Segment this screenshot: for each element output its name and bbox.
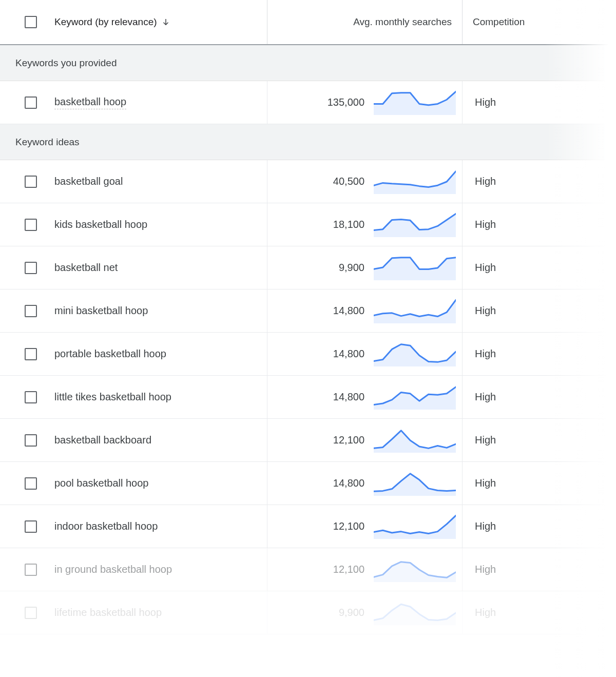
sparkline-icon: [374, 471, 456, 496]
keyword-text[interactable]: portable basketball hoop: [54, 348, 166, 360]
sparkline-icon: [374, 557, 456, 582]
section-provided-label: Keywords you provided: [15, 57, 117, 69]
row-checkbox[interactable]: [25, 391, 37, 403]
sparkline-icon: [374, 342, 456, 366]
competition-value: High: [473, 262, 496, 274]
keyword-cell: lifetime basketball hoop: [0, 591, 267, 634]
searches-cell: 14,800: [267, 462, 462, 505]
row-checkbox[interactable]: [25, 348, 37, 360]
sparkline-icon: [374, 299, 456, 323]
table-row: basketball hoop 135,000 High: [0, 81, 616, 124]
row-checkbox[interactable]: [25, 434, 37, 447]
searches-value: 9,900: [339, 262, 364, 274]
row-checkbox[interactable]: [25, 520, 37, 533]
keyword-text[interactable]: pool basketball hoop: [54, 477, 148, 489]
competition-cell: High: [462, 419, 616, 461]
competition-cell: High: [462, 505, 616, 548]
competition-cell: High: [462, 289, 616, 332]
keyword-cell: little tikes basketball hoop: [0, 376, 267, 418]
row-checkbox[interactable]: [25, 219, 37, 231]
sparkline-icon: [374, 601, 456, 625]
searches-cell: 14,800: [267, 289, 462, 332]
searches-cell: 14,800: [267, 376, 462, 418]
table-row: lifetime basketball hoop 9,900 High: [0, 591, 616, 634]
competition-cell: High: [462, 81, 616, 124]
competition-cell: High: [462, 203, 616, 246]
table-row: basketball goal 40,500 High: [0, 160, 616, 203]
searches-cell: 14,800: [267, 333, 462, 375]
competition-value: High: [473, 305, 496, 317]
header-keyword-text: Keyword (by relevance): [54, 16, 157, 28]
section-ideas: Keyword ideas: [0, 124, 616, 160]
competition-value: High: [473, 477, 496, 489]
row-checkbox[interactable]: [25, 176, 37, 188]
searches-cell: 12,100: [267, 505, 462, 548]
searches-value: 12,100: [333, 520, 364, 532]
row-checkbox[interactable]: [25, 262, 37, 274]
competition-value: High: [473, 434, 496, 446]
keyword-cell: portable basketball hoop: [0, 333, 267, 375]
keyword-text[interactable]: mini basketball hoop: [54, 305, 148, 317]
row-checkbox[interactable]: [25, 477, 37, 490]
searches-cell: 9,900: [267, 246, 462, 289]
sparkline-icon: [374, 212, 456, 237]
sparkline-icon: [374, 385, 456, 410]
table-row: basketball backboard 12,100 High: [0, 419, 616, 462]
competition-value: High: [473, 348, 496, 360]
keyword-cell: in ground basketball hoop: [0, 548, 267, 591]
sparkline-icon: [374, 256, 456, 280]
keyword-text[interactable]: basketball net: [54, 262, 118, 274]
keyword-text[interactable]: in ground basketball hoop: [54, 564, 172, 575]
sparkline-icon: [374, 514, 456, 539]
competition-value: High: [473, 96, 496, 108]
keyword-text[interactable]: kids basketball hoop: [54, 219, 147, 230]
sparkline-icon: [374, 428, 456, 453]
keyword-text[interactable]: basketball hoop: [54, 96, 126, 109]
competition-cell: High: [462, 462, 616, 505]
searches-cell: 135,000: [267, 81, 462, 124]
searches-value: 14,800: [333, 305, 364, 317]
table-row: kids basketball hoop 18,100 High: [0, 203, 616, 246]
header-keyword-cell[interactable]: Keyword (by relevance): [0, 0, 267, 44]
keyword-cell: basketball net: [0, 246, 267, 289]
competition-value: High: [473, 219, 496, 230]
keyword-cell: indoor basketball hoop: [0, 505, 267, 548]
row-checkbox[interactable]: [25, 305, 37, 317]
row-checkbox[interactable]: [25, 96, 37, 109]
searches-value: 14,800: [333, 477, 364, 489]
keyword-cell: basketball goal: [0, 160, 267, 203]
keyword-text[interactable]: indoor basketball hoop: [54, 520, 158, 532]
table-row: basketball net 9,900 High: [0, 246, 616, 289]
searches-value: 12,100: [333, 434, 364, 446]
keyword-cell: basketball backboard: [0, 419, 267, 461]
keyword-text[interactable]: basketball goal: [54, 176, 123, 187]
header-competition-cell[interactable]: Competition: [462, 0, 616, 44]
table-header-row: Keyword (by relevance) Avg. monthly sear…: [0, 0, 616, 45]
searches-cell: 18,100: [267, 203, 462, 246]
competition-cell: High: [462, 160, 616, 203]
searches-value: 14,800: [333, 391, 364, 403]
keyword-cell: basketball hoop: [0, 81, 267, 124]
keyword-text[interactable]: little tikes basketball hoop: [54, 391, 171, 403]
table-row: portable basketball hoop 14,800 High: [0, 333, 616, 376]
competition-value: High: [473, 176, 496, 187]
row-checkbox[interactable]: [25, 564, 37, 576]
keyword-cell: kids basketball hoop: [0, 203, 267, 246]
table-row: little tikes basketball hoop 14,800 High: [0, 376, 616, 419]
row-checkbox[interactable]: [25, 607, 37, 619]
header-keyword-label[interactable]: Keyword (by relevance): [54, 16, 170, 28]
searches-cell: 40,500: [267, 160, 462, 203]
sparkline-icon: [374, 169, 456, 194]
keyword-text[interactable]: lifetime basketball hoop: [54, 607, 162, 618]
select-all-checkbox[interactable]: [25, 16, 37, 28]
table-row: mini basketball hoop 14,800 High: [0, 289, 616, 333]
keyword-text[interactable]: basketball backboard: [54, 434, 151, 446]
competition-cell: High: [462, 333, 616, 375]
keyword-cell: mini basketball hoop: [0, 289, 267, 332]
competition-cell: High: [462, 246, 616, 289]
sparkline-icon: [374, 90, 456, 115]
section-ideas-label: Keyword ideas: [15, 137, 80, 148]
searches-cell: 9,900: [267, 591, 462, 634]
header-searches-cell[interactable]: Avg. monthly searches: [267, 0, 462, 44]
header-searches-text: Avg. monthly searches: [353, 16, 452, 28]
